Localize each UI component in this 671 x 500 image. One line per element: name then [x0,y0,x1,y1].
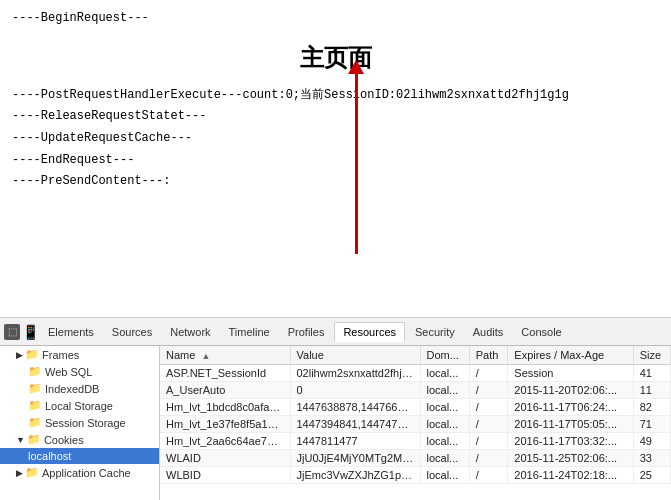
expand-icon-frames: ▶ [16,350,23,360]
arrow-line [355,74,358,254]
cell-path: / [469,416,508,433]
sidebar-item-appcache[interactable]: ▶ 📁 Application Cache [0,464,159,481]
cell-size: 49 [633,433,670,450]
col-header-path[interactable]: Path [469,346,508,365]
sidebar-label-localstorage: Local Storage [45,400,113,412]
cell-size: 33 [633,450,670,467]
sidebar-item-indexeddb[interactable]: 📁 IndexedDB [0,380,159,397]
folder-icon-appcache: 📁 [25,466,39,479]
sidebar-label-websql: Web SQL [45,366,93,378]
expand-icon-appcache: ▶ [16,468,23,478]
tab-timeline[interactable]: Timeline [221,323,278,341]
col-header-expires[interactable]: Expires / Max-Age [508,346,633,365]
main-content-area: ----BeginRequest--- 主页面 ----PostRequestH… [0,0,671,317]
cookies-table-area: Name ▲ Value Dom... Path Expires / Max-A… [160,346,671,500]
sidebar-item-cookies[interactable]: ▼ 📁 Cookies [0,431,159,448]
table-row[interactable]: Hm_lvt_1e37fe8f5a1bbddd...1447394841,144… [160,416,671,433]
cell-name: ASP.NET_SessionId [160,365,290,382]
cell-expires: 2015-11-20T02:06:... [508,382,633,399]
cell-size: 11 [633,382,670,399]
cell-value: JjU0JjE4MjY0MTg2MDgyJj... [290,450,420,467]
cell-size: 82 [633,399,670,416]
tab-elements[interactable]: Elements [40,323,102,341]
content-text: ----BeginRequest--- 主页面 ----PostRequestH… [12,8,659,193]
cell-domain: local... [420,433,469,450]
devtools-toolbar: ⬚ 📱 Elements Sources Network Timeline Pr… [0,317,671,345]
col-header-domain[interactable]: Dom... [420,346,469,365]
col-header-value[interactable]: Value [290,346,420,365]
table-row[interactable]: Hm_lvt_2aa6c64ae7ec10d6...1447811477loca… [160,433,671,450]
table-row[interactable]: ASP.NET_SessionId02lihwm2sxnxattd2fhj1g1… [160,365,671,382]
cookies-table: Name ▲ Value Dom... Path Expires / Max-A… [160,346,671,484]
cell-domain: local... [420,365,469,382]
tab-console[interactable]: Console [513,323,569,341]
cell-path: / [469,365,508,382]
cell-value: 1447394841,1447470207,1... [290,416,420,433]
bottom-panel: ▶ 📁 Frames 📁 Web SQL 📁 IndexedDB 📁 Local… [0,345,671,500]
cell-expires: 2015-11-25T02:06:... [508,450,633,467]
post-request-line: ----PostRequestHandlerExecute---count:0;… [12,85,659,107]
col-header-name[interactable]: Name ▲ [160,346,290,365]
sidebar-item-websql[interactable]: 📁 Web SQL [0,363,159,380]
cell-domain: local... [420,416,469,433]
cell-size: 41 [633,365,670,382]
cell-value: 1447811477 [290,433,420,450]
cell-domain: local... [420,450,469,467]
cell-name: Hm_lvt_1bdcd8c0afa96d4e... [160,399,290,416]
cell-value: 1447638878,1447663339,1... [290,399,420,416]
sidebar-item-frames[interactable]: ▶ 📁 Frames [0,346,159,363]
cell-domain: local... [420,399,469,416]
cell-name: WLBID [160,467,290,484]
sidebar-label-localhost: localhost [28,450,71,462]
cell-path: / [469,467,508,484]
folder-icon-sessionstorage: 📁 [28,416,42,429]
table-row[interactable]: Hm_lvt_1bdcd8c0afa96d4e...1447638878,144… [160,399,671,416]
table-row[interactable]: A_UserAuto0local.../2015-11-20T02:06:...… [160,382,671,399]
sidebar-label-cookies: Cookies [44,434,84,446]
expand-icon-cookies: ▼ [16,435,25,445]
cell-path: / [469,399,508,416]
cell-path: / [469,450,508,467]
folder-icon-localstorage: 📁 [28,399,42,412]
begin-request-line: ----BeginRequest--- [12,8,659,30]
cell-expires: 2016-11-24T02:18:... [508,467,633,484]
table-row[interactable]: WLBIDJjEmc3VwZXJhZG1pbg==local.../2016-1… [160,467,671,484]
cell-expires: 2016-11-17T06:24:... [508,399,633,416]
tab-audits[interactable]: Audits [465,323,512,341]
release-line: ----ReleaseRequestStatet--- [12,106,659,128]
devtools-icon-inspect[interactable]: ⬚ [4,324,20,340]
cell-value: JjEmc3VwZXJhZG1pbg== [290,467,420,484]
devtools-icon-device[interactable]: 📱 [22,324,38,340]
sidebar-item-sessionstorage[interactable]: 📁 Session Storage [0,414,159,431]
table-body: ASP.NET_SessionId02lihwm2sxnxattd2fhj1g1… [160,365,671,484]
tab-sources[interactable]: Sources [104,323,160,341]
cell-name: Hm_lvt_2aa6c64ae7ec10d6... [160,433,290,450]
cell-value: 02lihwm2sxnxattd2fhj1g1g [290,365,420,382]
cell-domain: local... [420,467,469,484]
table-row[interactable]: WLAIDJjU0JjE4MjY0MTg2MDgyJj...local.../2… [160,450,671,467]
cell-expires: Session [508,365,633,382]
tab-security[interactable]: Security [407,323,463,341]
cell-domain: local... [420,382,469,399]
folder-icon-cookies: 📁 [27,433,41,446]
cell-name: Hm_lvt_1e37fe8f5a1bbddd... [160,416,290,433]
sidebar-item-localhost[interactable]: localhost [0,448,159,464]
tab-profiles[interactable]: Profiles [280,323,333,341]
page-title: 主页面 [12,36,659,79]
arrow-head [348,60,364,74]
sort-arrow-name: ▲ [201,351,210,361]
cell-expires: 2016-11-17T03:32:... [508,433,633,450]
cell-name: WLAID [160,450,290,467]
cell-size: 71 [633,416,670,433]
presend-line: ----PreSendContent---: [12,171,659,193]
sidebar-item-localstorage[interactable]: 📁 Local Storage [0,397,159,414]
sidebar: ▶ 📁 Frames 📁 Web SQL 📁 IndexedDB 📁 Local… [0,346,160,500]
tab-network[interactable]: Network [162,323,218,341]
col-header-size[interactable]: Size [633,346,670,365]
cell-value: 0 [290,382,420,399]
sidebar-label-appcache: Application Cache [42,467,131,479]
sidebar-label-sessionstorage: Session Storage [45,417,126,429]
tab-resources[interactable]: Resources [334,322,405,342]
cell-path: / [469,382,508,399]
update-cache-line: ----UpdateRequestCache--- [12,128,659,150]
